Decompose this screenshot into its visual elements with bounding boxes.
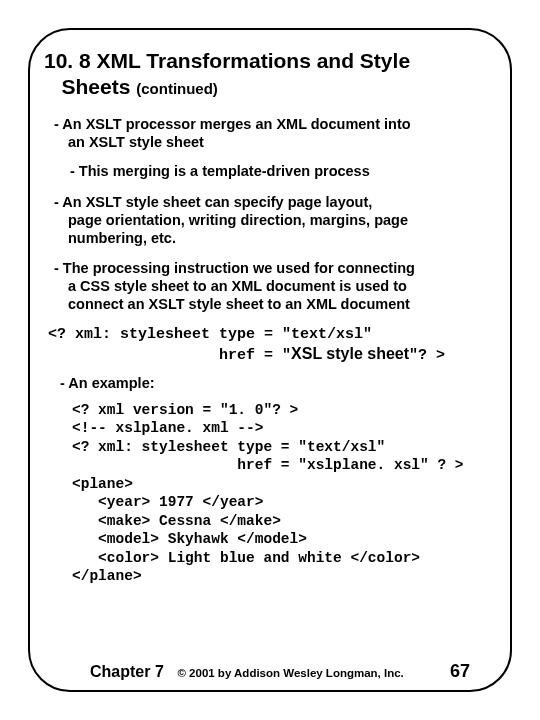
bullet-2-line2: page orientation, writing direction, mar… [68, 211, 492, 229]
slide-title: 10. 8 XML Transformations and Style Shee… [44, 48, 492, 101]
code2-l3: <? xml: stylesheet type = "text/xsl" [72, 439, 385, 455]
code2-l9: <color> Light blue and white </color> [72, 550, 420, 566]
code2-l7: <make> Cessna </make> [72, 513, 281, 529]
slide-frame: 10. 8 XML Transformations and Style Shee… [28, 28, 512, 692]
footer-pagenum: 67 [450, 661, 470, 682]
footer-copyright: © 2001 by Addison Wesley Longman, Inc. [177, 667, 403, 679]
code1-line1: <? xml: stylesheet type = "text/xsl" [48, 326, 372, 343]
example-label: - An example: [60, 375, 492, 391]
bullet-3-line3: connect an XSLT style sheet to an XML do… [68, 295, 492, 313]
code2-l1: <? xml version = "1. 0"? > [72, 402, 298, 418]
code1-line2b: "? > [409, 347, 445, 364]
code-block-2: <? xml version = "1. 0"? > <!-- xslplane… [72, 401, 492, 586]
title-line1: 10. 8 XML Transformations and Style [44, 49, 410, 72]
title-continued: (continued) [136, 80, 218, 97]
footer-chapter: Chapter 7 [90, 663, 164, 680]
code2-l2: <!-- xslplane. xml --> [72, 420, 263, 436]
code1-line2a: href = " [48, 347, 291, 364]
code2-l5: <plane> [72, 476, 133, 492]
bullet-1: - An XSLT processor merges an XML docume… [54, 115, 492, 151]
code1-emphasis: XSL style sheet [291, 345, 409, 362]
bullet-3-line1: - The processing instruction we used for… [54, 260, 415, 276]
bullet-2: - An XSLT style sheet can specify page l… [54, 193, 492, 247]
code2-l6: <year> 1977 </year> [72, 494, 263, 510]
title-line2: Sheets [62, 75, 137, 98]
code2-l4: href = "xslplane. xsl" ? > [72, 457, 464, 473]
bullet-1-line1: - An XSLT processor merges an XML docume… [54, 116, 411, 132]
subbullet-1: - This merging is a template-driven proc… [70, 163, 492, 179]
code2-l8: <model> Skyhawk </model> [72, 531, 307, 547]
bullet-2-line1: - An XSLT style sheet can specify page l… [54, 194, 372, 210]
bullet-1-line2: an XSLT style sheet [68, 133, 492, 151]
bullet-2-line3: numbering, etc. [68, 229, 492, 247]
code2-l10: </plane> [72, 568, 142, 584]
code-block-1: <? xml: stylesheet type = "text/xsl" hre… [48, 326, 492, 365]
slide-footer: Chapter 7 © 2001 by Addison Wesley Longm… [90, 663, 470, 684]
bullet-3-line2: a CSS style sheet to an XML document is … [68, 277, 492, 295]
bullet-3: - The processing instruction we used for… [54, 259, 492, 313]
